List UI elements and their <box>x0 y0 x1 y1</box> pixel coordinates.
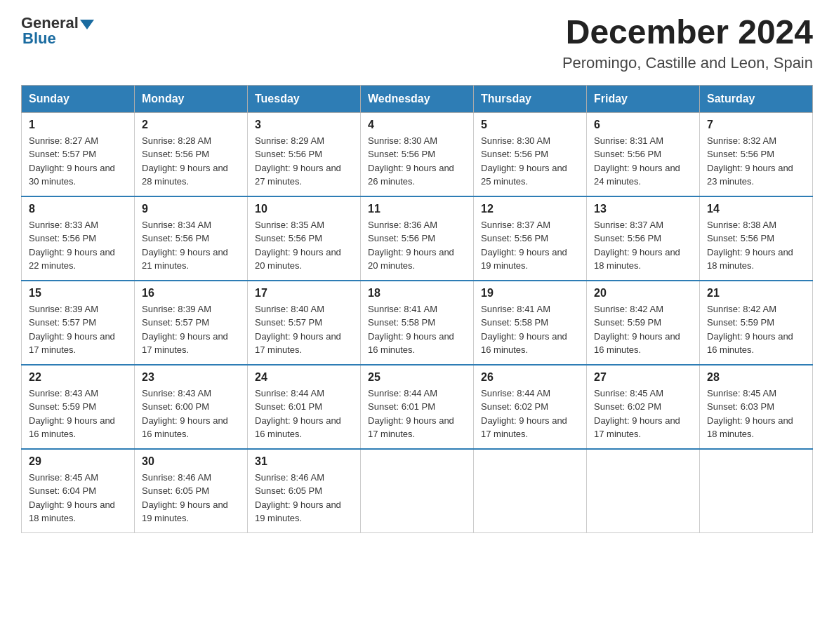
day-info: Sunrise: 8:45 AMSunset: 6:02 PMDaylight:… <box>594 387 692 441</box>
calendar-cell: 23 Sunrise: 8:43 AMSunset: 6:00 PMDaylig… <box>135 365 248 449</box>
calendar-cell: 20 Sunrise: 8:42 AMSunset: 5:59 PMDaylig… <box>587 281 700 365</box>
day-number: 13 <box>594 203 692 215</box>
day-number: 16 <box>142 287 240 300</box>
day-number: 12 <box>481 203 579 215</box>
day-number: 1 <box>29 119 127 131</box>
day-number: 15 <box>29 287 127 300</box>
calendar-cell: 3 Sunrise: 8:29 AMSunset: 5:56 PMDayligh… <box>248 112 361 196</box>
day-number: 26 <box>481 371 579 384</box>
day-info: Sunrise: 8:30 AMSunset: 5:56 PMDaylight:… <box>481 134 579 189</box>
day-info: Sunrise: 8:36 AMSunset: 5:56 PMDaylight:… <box>368 218 466 273</box>
calendar-header-thursday: Thursday <box>474 85 587 112</box>
calendar-cell: 25 Sunrise: 8:44 AMSunset: 6:01 PMDaylig… <box>361 365 474 449</box>
calendar-cell: 26 Sunrise: 8:44 AMSunset: 6:02 PMDaylig… <box>474 365 587 449</box>
calendar-cell: 31 Sunrise: 8:46 AMSunset: 6:05 PMDaylig… <box>248 449 361 533</box>
calendar-cell: 9 Sunrise: 8:34 AMSunset: 5:56 PMDayligh… <box>135 196 248 281</box>
calendar-cell: 27 Sunrise: 8:45 AMSunset: 6:02 PMDaylig… <box>587 365 700 449</box>
day-info: Sunrise: 8:40 AMSunset: 5:57 PMDaylight:… <box>255 302 353 357</box>
calendar-cell: 7 Sunrise: 8:32 AMSunset: 5:56 PMDayligh… <box>700 112 813 196</box>
day-info: Sunrise: 8:43 AMSunset: 6:00 PMDaylight:… <box>142 387 240 441</box>
day-info: Sunrise: 8:44 AMSunset: 6:01 PMDaylight:… <box>368 387 466 441</box>
calendar-cell: 12 Sunrise: 8:37 AMSunset: 5:56 PMDaylig… <box>474 196 587 281</box>
day-info: Sunrise: 8:43 AMSunset: 5:59 PMDaylight:… <box>29 387 127 441</box>
calendar-header-wednesday: Wednesday <box>361 85 474 112</box>
calendar-cell: 4 Sunrise: 8:30 AMSunset: 5:56 PMDayligh… <box>361 112 474 196</box>
calendar-header-saturday: Saturday <box>700 85 813 112</box>
day-number: 24 <box>255 371 353 384</box>
day-info: Sunrise: 8:45 AMSunset: 6:03 PMDaylight:… <box>707 387 805 441</box>
day-info: Sunrise: 8:30 AMSunset: 5:56 PMDaylight:… <box>368 134 466 189</box>
logo-blue-text: Blue <box>22 29 56 48</box>
calendar-table: SundayMondayTuesdayWednesdayThursdayFrid… <box>21 85 813 533</box>
calendar-cell: 11 Sunrise: 8:36 AMSunset: 5:56 PMDaylig… <box>361 196 474 281</box>
calendar-cell: 17 Sunrise: 8:40 AMSunset: 5:57 PMDaylig… <box>248 281 361 365</box>
calendar-cell: 19 Sunrise: 8:41 AMSunset: 5:58 PMDaylig… <box>474 281 587 365</box>
day-number: 9 <box>142 203 240 215</box>
day-info: Sunrise: 8:37 AMSunset: 5:56 PMDaylight:… <box>481 218 579 273</box>
calendar-cell: 29 Sunrise: 8:45 AMSunset: 6:04 PMDaylig… <box>22 449 135 533</box>
day-info: Sunrise: 8:32 AMSunset: 5:56 PMDaylight:… <box>707 134 805 189</box>
page-title: December 2024 <box>562 14 813 51</box>
title-block: December 2024 Peromingo, Castille and Le… <box>562 14 813 72</box>
day-number: 28 <box>707 371 805 384</box>
day-number: 31 <box>255 455 353 468</box>
day-number: 17 <box>255 287 353 300</box>
calendar-cell: 15 Sunrise: 8:39 AMSunset: 5:57 PMDaylig… <box>22 281 135 365</box>
calendar-cell: 21 Sunrise: 8:42 AMSunset: 5:59 PMDaylig… <box>700 281 813 365</box>
calendar-cell: 13 Sunrise: 8:37 AMSunset: 5:56 PMDaylig… <box>587 196 700 281</box>
calendar-cell <box>474 449 587 533</box>
day-info: Sunrise: 8:37 AMSunset: 5:56 PMDaylight:… <box>594 218 692 273</box>
calendar-header-friday: Friday <box>587 85 700 112</box>
day-number: 10 <box>255 203 353 215</box>
calendar-week-row: 22 Sunrise: 8:43 AMSunset: 5:59 PMDaylig… <box>22 365 813 449</box>
day-number: 11 <box>368 203 466 215</box>
day-info: Sunrise: 8:46 AMSunset: 6:05 PMDaylight:… <box>142 471 240 525</box>
calendar-header-sunday: Sunday <box>22 85 135 112</box>
day-info: Sunrise: 8:27 AMSunset: 5:57 PMDaylight:… <box>29 134 127 189</box>
calendar-cell <box>587 449 700 533</box>
day-number: 6 <box>594 119 692 131</box>
calendar-cell: 14 Sunrise: 8:38 AMSunset: 5:56 PMDaylig… <box>700 196 813 281</box>
calendar-week-row: 1 Sunrise: 8:27 AMSunset: 5:57 PMDayligh… <box>22 112 813 196</box>
calendar-week-row: 8 Sunrise: 8:33 AMSunset: 5:56 PMDayligh… <box>22 196 813 281</box>
calendar-week-row: 15 Sunrise: 8:39 AMSunset: 5:57 PMDaylig… <box>22 281 813 365</box>
day-info: Sunrise: 8:33 AMSunset: 5:56 PMDaylight:… <box>29 218 127 273</box>
day-number: 8 <box>29 203 127 215</box>
day-info: Sunrise: 8:42 AMSunset: 5:59 PMDaylight:… <box>594 302 692 357</box>
day-number: 30 <box>142 455 240 468</box>
day-number: 2 <box>142 119 240 131</box>
calendar-header-tuesday: Tuesday <box>248 85 361 112</box>
calendar-cell <box>361 449 474 533</box>
calendar-cell: 18 Sunrise: 8:41 AMSunset: 5:58 PMDaylig… <box>361 281 474 365</box>
calendar-cell: 28 Sunrise: 8:45 AMSunset: 6:03 PMDaylig… <box>700 365 813 449</box>
calendar-cell <box>700 449 813 533</box>
calendar-cell: 6 Sunrise: 8:31 AMSunset: 5:56 PMDayligh… <box>587 112 700 196</box>
calendar-cell: 30 Sunrise: 8:46 AMSunset: 6:05 PMDaylig… <box>135 449 248 533</box>
page-header: General Blue December 2024 Peromingo, Ca… <box>21 14 813 72</box>
day-info: Sunrise: 8:28 AMSunset: 5:56 PMDaylight:… <box>142 134 240 189</box>
day-info: Sunrise: 8:45 AMSunset: 6:04 PMDaylight:… <box>29 471 127 525</box>
calendar-cell: 2 Sunrise: 8:28 AMSunset: 5:56 PMDayligh… <box>135 112 248 196</box>
logo-arrow-icon <box>80 20 94 29</box>
calendar-header-monday: Monday <box>135 85 248 112</box>
day-info: Sunrise: 8:39 AMSunset: 5:57 PMDaylight:… <box>29 302 127 357</box>
day-number: 19 <box>481 287 579 300</box>
day-number: 21 <box>707 287 805 300</box>
day-info: Sunrise: 8:31 AMSunset: 5:56 PMDaylight:… <box>594 134 692 189</box>
calendar-cell: 5 Sunrise: 8:30 AMSunset: 5:56 PMDayligh… <box>474 112 587 196</box>
calendar-cell: 1 Sunrise: 8:27 AMSunset: 5:57 PMDayligh… <box>22 112 135 196</box>
calendar-cell: 24 Sunrise: 8:44 AMSunset: 6:01 PMDaylig… <box>248 365 361 449</box>
day-info: Sunrise: 8:44 AMSunset: 6:02 PMDaylight:… <box>481 387 579 441</box>
day-info: Sunrise: 8:39 AMSunset: 5:57 PMDaylight:… <box>142 302 240 357</box>
day-number: 7 <box>707 119 805 131</box>
day-info: Sunrise: 8:29 AMSunset: 5:56 PMDaylight:… <box>255 134 353 189</box>
day-number: 27 <box>594 371 692 384</box>
day-number: 14 <box>707 203 805 215</box>
day-info: Sunrise: 8:42 AMSunset: 5:59 PMDaylight:… <box>707 302 805 357</box>
day-number: 23 <box>142 371 240 384</box>
day-info: Sunrise: 8:41 AMSunset: 5:58 PMDaylight:… <box>481 302 579 357</box>
day-info: Sunrise: 8:46 AMSunset: 6:05 PMDaylight:… <box>255 471 353 525</box>
day-number: 22 <box>29 371 127 384</box>
day-number: 18 <box>368 287 466 300</box>
calendar-header-row: SundayMondayTuesdayWednesdayThursdayFrid… <box>22 85 813 112</box>
